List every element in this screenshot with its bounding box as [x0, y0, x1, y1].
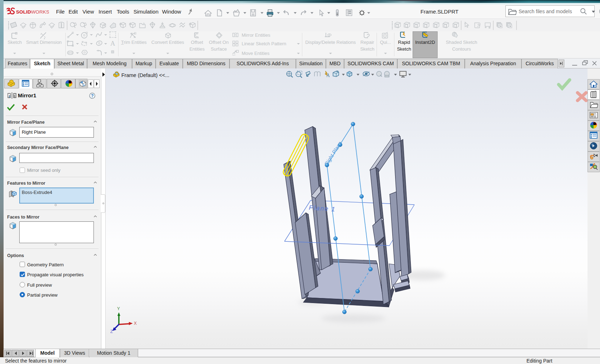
svg-text:A: A	[326, 73, 330, 78]
svg-text:A: A	[110, 40, 115, 47]
svg-text:Y: Y	[117, 306, 120, 311]
svg-text:SOLIDWORKS: SOLIDWORKS	[16, 9, 49, 15]
svg-text:Plane 1: Plane 1	[309, 204, 336, 213]
svg-text:Z: Z	[110, 329, 113, 334]
svg-text:Frame (Default) <<...: Frame (Default) <<...	[121, 72, 170, 78]
svg-text:X: X	[134, 321, 137, 326]
svg-text:?: ?	[91, 93, 94, 98]
